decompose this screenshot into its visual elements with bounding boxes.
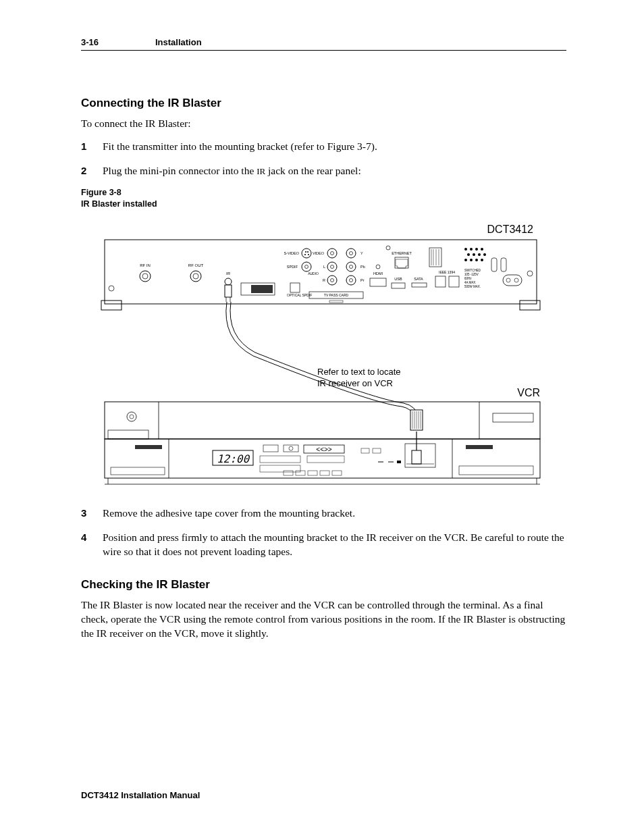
svg-rect-104 <box>412 450 421 464</box>
svg-rect-100 <box>308 471 317 475</box>
step-number: 2 <box>81 163 103 178</box>
svg-rect-45 <box>435 276 446 287</box>
svg-rect-101 <box>320 471 329 475</box>
svg-point-24 <box>327 262 337 271</box>
svg-point-50 <box>481 248 483 251</box>
pb-label: Pb <box>360 265 365 269</box>
tvpass-label: TV PASS CARD <box>324 293 349 297</box>
figure-ir-blaster: DCT3412 RF IN RF OUT IR <box>81 221 566 491</box>
svg-rect-84 <box>111 467 165 475</box>
annotation-line2: IR receiver on VCR <box>317 378 393 388</box>
svg-point-6 <box>140 271 151 282</box>
figure-number: Figure 3-8 <box>81 188 122 197</box>
svg-point-13 <box>302 249 311 258</box>
svg-point-29 <box>331 279 334 282</box>
step-text: Plug the mini-pin connector into the IR … <box>103 163 361 178</box>
power-label: SWITCHED 105 -125V 60Hz 4A MAX. 500W MAX… <box>464 269 481 288</box>
svg-point-55 <box>464 259 467 261</box>
svg-point-5 <box>386 246 390 250</box>
svg-rect-37 <box>395 257 408 268</box>
svg-point-23 <box>305 265 308 269</box>
svg-text:<<>>: <<>> <box>316 446 332 453</box>
svg-point-8 <box>190 271 201 282</box>
vcr-label: VCR <box>517 387 540 398</box>
svg-point-18 <box>327 249 337 258</box>
svg-rect-96 <box>361 448 369 453</box>
vcr-time: 12:00 <box>217 452 250 465</box>
svg-point-7 <box>142 273 148 279</box>
device-label: DCT3412 <box>487 224 534 235</box>
svg-rect-40 <box>429 248 441 267</box>
svg-point-9 <box>193 273 198 279</box>
sata-label: SATA <box>414 277 423 281</box>
svg-rect-64 <box>225 285 232 297</box>
svg-rect-73 <box>493 413 533 422</box>
svg-rect-72 <box>108 430 149 439</box>
heading-connecting: Connecting the IR Blaster <box>81 97 566 110</box>
svg-point-20 <box>346 249 356 258</box>
step-text: Fit the transmitter into the mounting br… <box>103 139 377 154</box>
hdmi-label: HDMI <box>373 271 383 276</box>
y-label: Y <box>360 251 363 255</box>
svg-rect-61 <box>503 275 522 286</box>
r-label: R <box>323 278 325 282</box>
step-2-sc: IR <box>257 166 265 176</box>
intro-text: To connect the IR Blaster: <box>81 117 566 131</box>
steps-list-2: 3 Remove the adhesive tape cover from th… <box>81 506 566 559</box>
ir-label: IR <box>226 271 231 276</box>
svg-rect-46 <box>449 276 459 287</box>
rf-out-label: RF OUT <box>188 263 204 267</box>
optical-label: OPTICAL SPDIF <box>287 293 312 297</box>
step-number: 1 <box>81 139 103 154</box>
svideo-label: S-VIDEO <box>284 251 299 255</box>
svg-point-51 <box>467 253 470 256</box>
checking-body: The IR Blaster is now located near the r… <box>81 598 566 641</box>
svg-rect-85 <box>466 445 493 449</box>
svg-rect-95 <box>307 456 344 463</box>
svg-point-27 <box>350 265 353 269</box>
svg-point-35 <box>376 265 380 269</box>
step-number: 4 <box>81 530 103 559</box>
step-2-after: jack on the rear panel: <box>265 165 361 176</box>
section-label: Installation <box>155 37 202 47</box>
svg-rect-36 <box>370 278 386 286</box>
svg-rect-67 <box>105 402 540 439</box>
svg-point-47 <box>464 248 467 251</box>
svg-rect-94 <box>260 465 300 472</box>
ieee-label: IEEE 1394 <box>439 270 455 274</box>
svg-rect-97 <box>373 448 381 453</box>
svg-rect-86 <box>459 466 533 475</box>
svg-rect-38 <box>392 283 405 288</box>
svg-point-28 <box>327 276 337 285</box>
svg-point-4 <box>527 271 533 276</box>
l-label: L <box>323 265 325 269</box>
svg-point-21 <box>350 252 353 255</box>
svg-rect-93 <box>260 456 300 463</box>
step-text: Position and press firmly to attach the … <box>103 530 566 559</box>
usb-label: USB <box>394 277 402 281</box>
svg-rect-32 <box>290 283 300 292</box>
svg-rect-108 <box>397 461 401 463</box>
figure-caption: Figure 3-8 IR Blaster installed <box>81 187 566 210</box>
spdif-label: SPDIF <box>287 265 298 269</box>
step-text: Remove the adhesive tape cover from the … <box>103 506 355 521</box>
svg-point-53 <box>478 253 481 256</box>
svg-point-3 <box>109 286 114 291</box>
svg-point-19 <box>331 252 334 255</box>
svg-rect-59 <box>491 258 497 271</box>
svg-point-26 <box>346 262 356 271</box>
svg-point-54 <box>483 253 486 256</box>
figure-title: IR Blaster installed <box>81 199 157 209</box>
annotation-line1: Refer to text to locate <box>317 367 401 377</box>
svg-point-49 <box>475 248 478 251</box>
svg-point-10 <box>225 278 232 285</box>
svg-point-48 <box>470 248 473 251</box>
rf-in-label: RF IN <box>140 263 151 267</box>
svg-rect-88 <box>263 445 278 452</box>
svg-point-14 <box>305 251 306 253</box>
svg-point-17 <box>308 254 309 255</box>
vcr-unit: 12:00 <<>> <box>105 402 540 478</box>
step-1: 1 Fit the transmitter into the mounting … <box>81 139 566 154</box>
pr-label: Pr <box>360 278 365 282</box>
step-number: 3 <box>81 506 103 521</box>
